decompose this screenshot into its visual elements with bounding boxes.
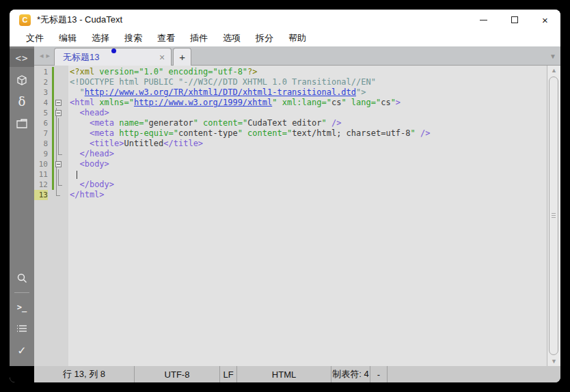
menu-file[interactable]: 文件 <box>18 31 51 46</box>
menu-view[interactable]: 查看 <box>150 31 182 46</box>
menu-plugins[interactable]: 插件 <box>182 31 215 46</box>
sidebar-item-find[interactable] <box>10 269 34 288</box>
fold-marker <box>54 77 65 87</box>
editor-line[interactable]: 10 <body> <box>34 159 547 169</box>
sidebar-item-console[interactable]: >_ <box>10 298 34 316</box>
editor[interactable]: 1<?xml version="1.0" encoding="utf-8"?>2… <box>34 66 560 366</box>
fold-marker[interactable] <box>54 159 65 169</box>
status-lexer[interactable]: HTML <box>237 366 331 382</box>
line-number: 8 <box>34 139 48 149</box>
code-text: <?xml version="1.0" encoding="utf-8"?> <box>65 67 258 77</box>
tab-label: 无标题13 <box>63 51 99 64</box>
editor-line[interactable]: 11 <box>34 169 547 180</box>
fold-marker[interactable] <box>54 108 65 118</box>
code-text: <html xmlns="http://www.w3.org/1999/xhtm… <box>65 98 401 108</box>
fold-marker <box>54 169 65 180</box>
console-icon: >_ <box>17 303 27 312</box>
editor-line[interactable]: 12 </body> <box>34 180 547 190</box>
text-caret <box>77 171 77 179</box>
fold-marker <box>54 128 65 139</box>
line-number: 6 <box>34 118 48 128</box>
vertical-scrollbar[interactable]: ▲ ▼ <box>547 66 560 366</box>
delta-icon: δ <box>18 94 26 109</box>
menu-edit[interactable]: 编辑 <box>51 31 84 46</box>
editor-line[interactable]: 6 <meta name="generator" content="CudaTe… <box>34 118 547 128</box>
code-text: <meta http-equiv="content-type" content=… <box>65 128 430 139</box>
window-controls: × <box>468 10 560 30</box>
tab-scroll-arrows: ◂ ▸ <box>34 46 54 65</box>
sidebar-item-output[interactable] <box>10 320 34 338</box>
status-tab-size[interactable]: 制表符: 4 <box>331 366 370 382</box>
menu-split[interactable]: 拆分 <box>248 31 281 46</box>
fold-marker <box>54 149 65 159</box>
menu-bar: 文件 编辑 选择 搜索 查看 插件 选项 拆分 帮助 <box>10 30 560 46</box>
list-icon <box>16 324 28 334</box>
tab-next-icon[interactable]: ▸ <box>45 51 52 60</box>
menu-select[interactable]: 选择 <box>84 31 117 46</box>
fold-marker <box>54 190 65 200</box>
tab-close-icon[interactable]: × <box>159 53 165 62</box>
maximize-button[interactable] <box>499 10 530 30</box>
line-number: 12 <box>34 180 48 190</box>
close-icon: × <box>542 15 548 25</box>
editor-line[interactable]: 9 </head> <box>34 149 547 159</box>
line-number: 11 <box>34 169 48 180</box>
editor-line[interactable]: 13</html> <box>34 190 547 200</box>
line-number: 7 <box>34 128 48 139</box>
menu-help[interactable]: 帮助 <box>281 31 314 46</box>
title-bar: C *无标题13 - CudaText × <box>10 10 560 30</box>
status-line-endings[interactable]: LF <box>220 366 237 382</box>
package-icon <box>16 74 28 86</box>
file-tab-icon <box>16 118 28 129</box>
editor-line[interactable]: 5 <head> <box>34 108 547 118</box>
menu-search[interactable]: 搜索 <box>117 31 150 46</box>
tab-menu-icon[interactable]: ▼ <box>549 53 556 60</box>
code-text: </html> <box>65 190 105 200</box>
editor-line[interactable]: 7 <meta http-equiv="content-type" conten… <box>34 128 547 139</box>
code-text <box>65 169 77 180</box>
editor-line[interactable]: 8 <title>Untitled</title> <box>34 139 547 149</box>
minimize-button[interactable] <box>468 10 499 30</box>
fold-marker <box>54 87 65 98</box>
status-message <box>388 366 560 382</box>
line-number: 9 <box>34 149 48 159</box>
sidebar-item-snippets[interactable]: δ <box>10 92 34 111</box>
modified-indicator <box>111 48 116 53</box>
status-selection[interactable]: - <box>370 366 388 382</box>
code-text: <title>Untitled</title> <box>65 139 203 149</box>
status-encoding[interactable]: UTF-8 <box>135 366 220 382</box>
scrollbar-thumb[interactable] <box>549 76 558 355</box>
window-title: *无标题13 - CudaText <box>37 14 122 26</box>
fold-marker[interactable] <box>54 98 65 108</box>
code-text: <body> <box>65 159 109 169</box>
line-number: 5 <box>34 108 48 118</box>
code-text: <head> <box>65 108 109 118</box>
new-tab-button[interactable]: + <box>173 48 191 66</box>
code-text: "http://www.w3.org/TR/xhtml1/DTD/xhtml1-… <box>65 87 366 98</box>
line-number: 1 <box>34 67 48 77</box>
sidebar-item-packages[interactable] <box>10 70 34 89</box>
scroll-down-icon[interactable]: ▼ <box>547 356 560 366</box>
close-button[interactable]: × <box>530 10 560 30</box>
tab-bar: ◂ ▸ 无标题13 × + ▼ <box>34 46 560 66</box>
status-caret-position[interactable]: 行 13, 列 8 <box>34 366 135 382</box>
search-icon <box>16 272 28 285</box>
scroll-up-icon[interactable]: ▲ <box>547 66 560 75</box>
sidebar-item-validate[interactable]: ✓ <box>10 341 34 360</box>
menu-options[interactable]: 选项 <box>215 31 248 46</box>
fold-marker <box>54 139 65 149</box>
tab-prev-icon[interactable]: ◂ <box>38 51 45 60</box>
code-text: <!DOCTYPE html PUBLIC "-//W3C//DTD XHTML… <box>65 77 376 87</box>
code-text: </body> <box>65 180 114 190</box>
status-corner <box>10 366 34 382</box>
sidebar-item-code-tree[interactable]: <> <box>10 48 34 67</box>
sidebar-item-tabs[interactable] <box>10 114 34 132</box>
editor-line[interactable]: 4<html xmlns="http://www.w3.org/1999/xht… <box>34 98 547 108</box>
editor-line[interactable]: 2<!DOCTYPE html PUBLIC "-//W3C//DTD XHTM… <box>34 77 547 87</box>
editor-rows: 1<?xml version="1.0" encoding="utf-8"?>2… <box>34 66 547 366</box>
editor-line[interactable]: 3 "http://www.w3.org/TR/xhtml1/DTD/xhtml… <box>34 87 547 98</box>
status-bar: 行 13, 列 8 UTF-8 LF HTML 制表符: 4 - <box>10 366 560 382</box>
cudatext-window: C *无标题13 - CudaText × 文件 编辑 选择 搜索 查看 插件 … <box>10 10 560 382</box>
scrollbar-grip <box>552 213 556 219</box>
editor-line[interactable]: 1<?xml version="1.0" encoding="utf-8"?> <box>34 67 547 77</box>
